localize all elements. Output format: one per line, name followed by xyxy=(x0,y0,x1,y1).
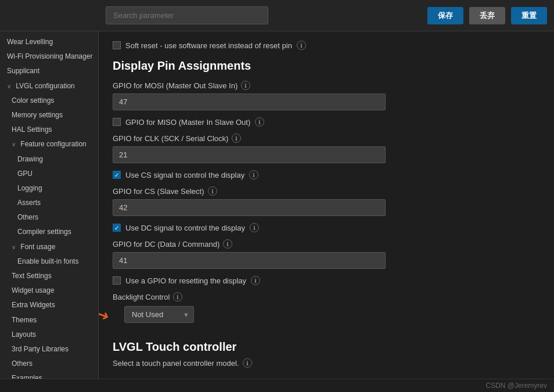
gpio-mosi-input[interactable] xyxy=(113,93,386,110)
sidebar-item-memory-settings[interactable]: Memory settings xyxy=(0,108,98,123)
display-pin-assignments-title: Display Pin Assignments xyxy=(113,59,540,73)
gpio-clk-input[interactable] xyxy=(113,146,386,163)
sidebar-item-hal-settings[interactable]: HAL Settings xyxy=(0,123,98,137)
red-arrow-icon: ➜ xyxy=(99,305,111,325)
sidebar-item-themes[interactable]: Themes xyxy=(0,313,98,328)
soft-reset-checkbox[interactable] xyxy=(113,41,121,49)
sidebar-item-font-usage[interactable]: ∨ Font usage xyxy=(0,240,98,254)
sidebar-item-lvgl-config[interactable]: ∨ LVGL configuration xyxy=(0,79,98,93)
touch-section: LVGL Touch controller Select a touch pan… xyxy=(113,340,540,368)
sidebar-item-others-feature[interactable]: Others xyxy=(0,210,98,225)
sidebar-item-compiler-settings[interactable]: Compiler settings xyxy=(0,225,98,239)
use-gpio-reset-checkbox[interactable] xyxy=(113,276,121,285)
gpio-cs-input[interactable] xyxy=(113,199,386,216)
use-cs-info-icon[interactable]: ℹ xyxy=(249,170,258,179)
content-area: Soft reset - use software reset instead … xyxy=(99,31,554,379)
sidebar-item-others-lvgl[interactable]: Others xyxy=(0,357,98,371)
use-cs-checkbox[interactable] xyxy=(113,171,121,179)
sidebar-item-layouts[interactable]: Layouts xyxy=(0,328,98,342)
discard-button[interactable]: 丢弃 xyxy=(469,7,505,24)
touch-info-icon[interactable]: ℹ xyxy=(243,358,252,368)
reset-button[interactable]: 重置 xyxy=(511,7,547,24)
gpio-cs-info-icon[interactable]: ℹ xyxy=(208,186,217,196)
use-gpio-reset-label: Use a GPIO for resetting the display xyxy=(125,276,246,285)
gpio-clk-info-icon[interactable]: ℹ xyxy=(232,134,241,143)
sidebar-item-drawing[interactable]: Drawing xyxy=(0,152,98,167)
sidebar-item-wear-levelling[interactable]: Wear Levelling xyxy=(0,35,98,49)
gpio-dc-label: GPIO for DC (Data / Command) ℹ xyxy=(113,239,540,249)
use-gpio-reset-info-icon[interactable]: ℹ xyxy=(251,276,260,285)
use-dc-checkbox-row: Use DC signal to control the display ℹ xyxy=(113,223,540,232)
backlight-select[interactable]: Not Used GPIO LEDC SPI xyxy=(124,306,194,323)
gpio-cs-label: GPIO for CS (Slave Select) ℹ xyxy=(113,186,540,196)
gpio-dc-info-icon[interactable]: ℹ xyxy=(223,239,232,249)
gpio-miso-label: GPIO for MISO (Master In Slave Out) xyxy=(125,118,250,127)
sidebar-item-logging[interactable]: Logging xyxy=(0,181,98,196)
use-dc-info-icon[interactable]: ℹ xyxy=(250,223,259,232)
touch-section-title: LVGL Touch controller xyxy=(113,340,540,354)
use-cs-checkbox-row: Use CS signal to control the display ℹ xyxy=(113,170,540,179)
sidebar-item-supplicant[interactable]: Supplicant xyxy=(0,64,98,78)
sidebar-item-examples[interactable]: Examples xyxy=(0,371,98,379)
search-input[interactable] xyxy=(106,6,268,24)
soft-reset-label: Soft reset - use software reset instead … xyxy=(125,41,292,50)
sidebar-item-gpu[interactable]: GPU xyxy=(0,167,98,181)
sidebar: Wear Levelling Wi-Fi Provisioning Manage… xyxy=(0,31,99,379)
sidebar-item-asserts[interactable]: Asserts xyxy=(0,196,98,210)
sidebar-item-text-settings[interactable]: Text Settings xyxy=(0,269,98,283)
backlight-label: Backlight Control ℹ xyxy=(113,292,540,301)
gpio-dc-input[interactable] xyxy=(113,252,386,269)
sidebar-item-color-settings[interactable]: Color settings xyxy=(0,93,98,108)
sidebar-item-widget-usage[interactable]: Widget usage xyxy=(0,283,98,298)
header: 保存 丢弃 重置 xyxy=(0,0,554,31)
sidebar-item-3rd-party[interactable]: 3rd Party Libraries xyxy=(0,342,98,357)
sidebar-item-extra-widgets[interactable]: Extra Widgets xyxy=(0,298,98,312)
gpio-mosi-info-icon[interactable]: ℹ xyxy=(241,81,250,90)
gpio-miso-checkbox[interactable] xyxy=(113,118,121,126)
soft-reset-row: Soft reset - use software reset instead … xyxy=(113,41,540,50)
use-dc-label: Use DC signal to control the display xyxy=(125,224,245,232)
gpio-miso-checkbox-row: GPIO for MISO (Master In Slave Out) ℹ xyxy=(113,117,540,127)
gpio-miso-info-icon[interactable]: ℹ xyxy=(255,117,264,127)
sidebar-item-enable-built-fonts[interactable]: Enable built-in fonts xyxy=(0,254,98,269)
sidebar-item-feature-config[interactable]: ∨ Feature configuration xyxy=(0,137,98,152)
watermark-text: CSDN @Jeremyrev xyxy=(485,382,547,390)
footer: CSDN @Jeremyrev xyxy=(0,379,554,392)
backlight-info-icon[interactable]: ℹ xyxy=(173,292,182,301)
use-dc-checkbox[interactable] xyxy=(113,224,121,232)
soft-reset-info-icon[interactable]: ℹ xyxy=(297,41,306,50)
use-gpio-reset-row: Use a GPIO for resetting the display ℹ xyxy=(113,276,540,285)
backlight-dropdown-wrapper: Not Used GPIO LEDC SPI ▼ xyxy=(124,306,194,323)
backlight-dropdown-section: ➜ Not Used GPIO LEDC SPI ▼ xyxy=(113,306,540,331)
sidebar-item-wifi-provisioning[interactable]: Wi-Fi Provisioning Manager xyxy=(0,49,98,64)
save-button[interactable]: 保存 xyxy=(427,7,463,24)
gpio-clk-label: GPIO for CLK (SCK / Serial Clock) ℹ xyxy=(113,134,540,143)
touch-label: Select a touch panel controller model. ℹ xyxy=(113,358,540,368)
use-cs-label: Use CS signal to control the display xyxy=(125,171,244,179)
gpio-mosi-label: GPIO for MOSI (Master Out Slave In) ℹ xyxy=(113,81,540,90)
main-layout: Wear Levelling Wi-Fi Provisioning Manage… xyxy=(0,31,554,379)
